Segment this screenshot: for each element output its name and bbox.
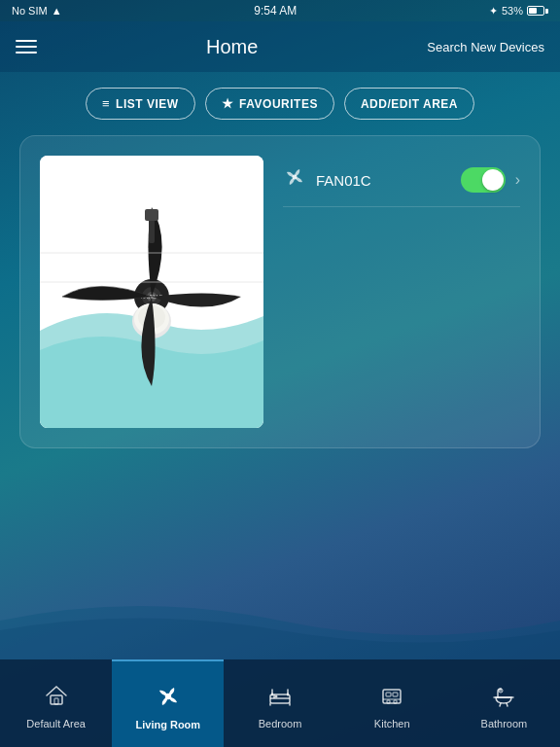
app-header: Home Search New Devices [0,21,560,72]
top-buttons-bar: ≡ LIST VIEW ★ FAVOURITES ADD/EDIT AREA [0,72,560,135]
list-view-label: LIST VIEW [116,97,179,111]
svg-point-17 [275,694,278,697]
favourites-label: FAVOURITES [239,97,318,111]
svg-rect-26 [393,693,398,696]
tab-kitchen[interactable]: Kitchen [336,659,448,747]
tab-default-area-label: Default Area [26,718,86,729]
status-right: ✦ 53% [489,5,548,18]
tab-bedroom[interactable]: Bedroom [224,659,335,747]
svg-rect-29 [394,700,397,703]
wifi-icon: ▲ [52,5,62,17]
star-icon: ★ [222,96,234,111]
svg-line-32 [507,703,508,706]
status-left: No SIM ▲ [12,5,62,17]
favourites-button[interactable]: ★ FAVOURITES [205,88,334,120]
tab-living-room[interactable]: Living Room [112,659,224,747]
kitchen-icon [374,678,409,713]
list-icon: ≡ [102,96,110,111]
device-name-label: FAN01C [316,172,451,189]
svg-rect-11 [145,209,158,221]
bathroom-icon [486,678,521,713]
battery-percent: 53% [502,5,523,17]
device-info: FAN01C › [283,156,520,207]
tab-bar: Default Area Living Room [0,659,560,747]
device-toggle[interactable] [461,167,506,193]
svg-rect-25 [386,693,391,696]
device-image: HAVELLS [40,156,263,428]
tab-bedroom-label: Bedroom [259,718,302,729]
tab-bathroom[interactable]: Bathroom [448,659,560,747]
svg-rect-13 [51,695,62,704]
fan-device-icon [283,165,306,195]
tab-kitchen-label: Kitchen [374,718,410,729]
bed-icon [262,678,298,713]
device-row: FAN01C › [283,165,520,207]
status-bar: No SIM ▲ 9:54 AM ✦ 53% [0,0,560,21]
add-edit-area-button[interactable]: ADD/EDIT AREA [344,88,474,120]
status-time: 9:54 AM [254,4,297,18]
tab-default-area[interactable]: Default Area [0,659,112,747]
home-icon [39,678,74,713]
wave-decoration [0,582,560,659]
svg-rect-14 [54,698,58,704]
tab-living-room-label: Living Room [136,719,201,730]
device-card: HAVELLS [19,135,541,448]
tab-bathroom-label: Bathroom [481,718,528,729]
main-content: HAVELLS [0,135,560,448]
fan-tab-icon [151,679,186,714]
list-view-button[interactable]: ≡ LIST VIEW [86,88,195,120]
svg-line-31 [500,703,501,706]
search-new-devices-button[interactable]: Search New Devices [427,40,544,54]
device-chevron-icon[interactable]: › [515,171,520,189]
page-title: Home [206,36,258,58]
menu-button[interactable] [16,40,37,53]
battery-icon [527,6,548,16]
add-edit-area-label: ADD/EDIT AREA [361,97,458,111]
toggle-knob [482,169,504,191]
svg-rect-28 [387,700,390,703]
bluetooth-icon: ✦ [489,5,498,18]
carrier-text: No SIM [12,5,48,17]
